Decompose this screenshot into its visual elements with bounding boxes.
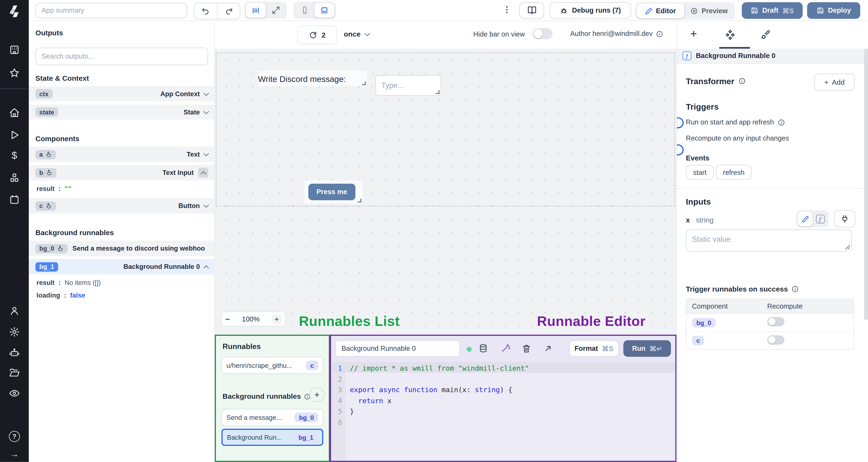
b-badge[interactable]: b: [35, 168, 57, 177]
frequency-dropdown[interactable]: once: [344, 30, 370, 38]
collapse-arrow-icon[interactable]: →: [0, 449, 29, 459]
static-mode-tab[interactable]: [798, 211, 812, 226]
styling-tab[interactable]: [760, 29, 771, 40]
static-value-textarea[interactable]: [686, 230, 852, 252]
resize-handle[interactable]: [358, 199, 362, 202]
runnable-item-bg0[interactable]: Send a message... bg_0: [221, 409, 323, 426]
debug-runs-button[interactable]: Debug runs (7): [550, 2, 631, 19]
component-settings-tab[interactable]: [724, 29, 736, 40]
chevron-down-icon[interactable]: [204, 202, 209, 208]
delete-trash-icon[interactable]: [521, 343, 531, 354]
output-row-bg0[interactable]: bg_0 Send a message to discord using web…: [29, 240, 215, 256]
cache-db-icon[interactable]: [478, 343, 488, 354]
fullwidth-tab[interactable]: [266, 3, 285, 18]
help-icon[interactable]: ?: [9, 431, 20, 442]
connect-plug-button[interactable]: [834, 210, 855, 227]
favorites-star-icon[interactable]: [9, 67, 20, 78]
output-row-c[interactable]: c Button: [29, 198, 215, 213]
b-badge-label: b: [39, 169, 43, 176]
resize-handle[interactable]: [362, 81, 366, 85]
chevron-down-icon[interactable]: [204, 108, 209, 114]
audit-eye-icon[interactable]: [9, 388, 20, 399]
deploy-button[interactable]: Deploy: [807, 2, 860, 19]
redo-button[interactable]: [217, 3, 240, 19]
bg1-badge[interactable]: bg_1: [35, 262, 58, 271]
code-editor[interactable]: 1 2 3 4 5 6 // import * as wmill from "w…: [331, 361, 676, 461]
format-button[interactable]: Format ⌘S: [569, 340, 619, 357]
bg0-badge[interactable]: bg_0: [35, 244, 67, 253]
bg0-badge[interactable]: bg_0: [692, 318, 716, 327]
chevron-up-icon[interactable]: [204, 265, 209, 270]
docs-button[interactable]: [519, 2, 544, 19]
c-badge[interactable]: c: [692, 336, 705, 345]
selected-runnable-header: f Background Runnable 0: [677, 48, 868, 63]
button-component[interactable]: Press me: [308, 184, 355, 200]
a-badge[interactable]: a: [35, 150, 56, 159]
kebab-menu-icon[interactable]: ⋮: [503, 4, 511, 14]
textinput-component[interactable]: [375, 75, 441, 96]
draft-button[interactable]: Draft ⌘S: [742, 2, 803, 19]
runnable-item-c[interactable]: u/henri/scrape_githu... c: [221, 357, 323, 374]
info-icon[interactable]: [738, 77, 745, 85]
chevron-down-icon[interactable]: [204, 151, 209, 156]
output-row-bg1[interactable]: bg_1 Background Runnable 0: [29, 259, 215, 274]
run-on-start-toggle[interactable]: [677, 117, 684, 128]
search-outputs-input[interactable]: [35, 47, 208, 65]
schedules-calendar-icon[interactable]: [9, 194, 20, 205]
resources-cubes-icon[interactable]: [9, 173, 20, 184]
panel-scrollbar[interactable]: [864, 48, 868, 320]
event-refresh-pill[interactable]: refresh: [716, 165, 752, 180]
output-row-b[interactable]: b Text Input: [29, 165, 215, 180]
toggle-knob: [677, 119, 683, 127]
undo-button[interactable]: [194, 3, 217, 19]
textarea-resize-icon[interactable]: [845, 244, 850, 250]
info-icon[interactable]: [656, 30, 663, 37]
info-icon[interactable]: [792, 286, 799, 293]
tab-preview[interactable]: Preview: [684, 3, 734, 18]
runnable-name-input[interactable]: [336, 340, 460, 357]
output-row-state[interactable]: state State: [29, 105, 215, 120]
runs-play-icon[interactable]: [9, 130, 20, 140]
info-icon[interactable]: [778, 119, 785, 126]
zoom-in-button[interactable]: +: [272, 315, 282, 323]
app-summary-input[interactable]: [35, 3, 187, 18]
tab-editor[interactable]: Editor: [637, 3, 684, 18]
refresh-count-button[interactable]: 2: [297, 26, 337, 44]
settings-gear-icon[interactable]: [9, 327, 20, 337]
mobile-view-tab[interactable]: [294, 3, 314, 18]
center-align-tab[interactable]: [246, 3, 266, 18]
eval-mode-tab[interactable]: f: [812, 211, 828, 226]
resize-handle[interactable]: [436, 90, 439, 94]
recompute-toggle[interactable]: [767, 317, 784, 327]
user-icon[interactable]: [9, 305, 20, 317]
text-component[interactable]: Write Discord message:: [258, 71, 367, 86]
add-transformer-button[interactable]: + Add: [814, 73, 855, 91]
folders-icon[interactable]: [9, 367, 20, 378]
c-badge[interactable]: c: [35, 201, 56, 210]
expand-editor-icon[interactable]: [543, 343, 553, 354]
ai-wand-icon[interactable]: [500, 343, 510, 354]
chevron-down-icon[interactable]: [204, 90, 209, 96]
workers-robot-icon[interactable]: [9, 348, 20, 358]
home-icon[interactable]: [9, 107, 20, 118]
run-button[interactable]: Run ⌘↵: [623, 340, 671, 357]
windmill-logo[interactable]: [7, 4, 22, 19]
text-component-label: Write Discord message:: [258, 74, 346, 83]
desktop-view-tab[interactable]: [314, 3, 334, 18]
zoom-out-button[interactable]: −: [225, 315, 230, 323]
output-row-ctx[interactable]: ctx App Context: [29, 86, 215, 101]
state-badge[interactable]: state: [35, 107, 58, 117]
recompute-toggle[interactable]: [677, 144, 684, 156]
hide-bar-toggle[interactable]: [532, 28, 552, 39]
event-start-pill[interactable]: start: [686, 165, 714, 180]
runnable-item-bg1-selected[interactable]: Background Run... bg_1: [221, 429, 323, 446]
ctx-badge[interactable]: ctx: [35, 89, 52, 99]
variables-dollar-icon[interactable]: $: [0, 150, 29, 162]
workspace-icon[interactable]: [9, 44, 20, 55]
recompute-toggle[interactable]: [767, 335, 784, 344]
output-row-a[interactable]: a Text: [29, 146, 215, 162]
canvas-grid[interactable]: Write Discord message: Press me − 100% +…: [215, 48, 677, 334]
add-background-runnable-button[interactable]: +: [309, 387, 324, 402]
collapse-button[interactable]: [198, 168, 208, 178]
insert-component-tab[interactable]: +: [690, 27, 697, 40]
